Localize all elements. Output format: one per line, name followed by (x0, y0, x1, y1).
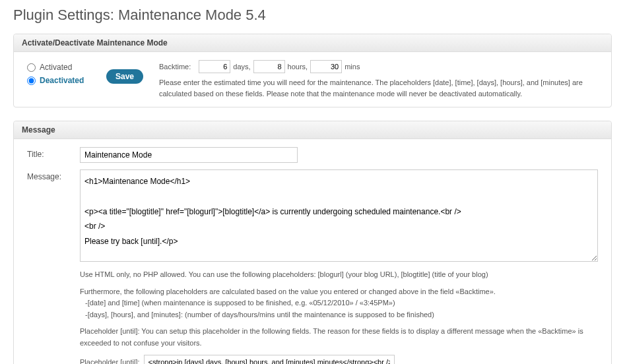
activate-panel: Activate/Deactivate Maintenance Mode Act… (13, 34, 612, 107)
message-textarea[interactable] (80, 169, 598, 262)
radio-activated[interactable]: Activated (27, 63, 106, 72)
radio-deactivated-input[interactable] (27, 76, 36, 85)
page-title: Plugin Settings: Maintenance Mode 5.4 (13, 7, 612, 24)
placeholder-until-input[interactable] (144, 355, 395, 364)
days-unit: days, (233, 63, 250, 71)
activate-panel-header: Activate/Deactivate Maintenance Mode (14, 34, 611, 52)
backtime-label: Backtime: (159, 63, 191, 71)
title-label: Title: (27, 147, 80, 163)
message-panel-header: Message (14, 121, 611, 139)
hours-input[interactable] (253, 60, 285, 73)
radio-deactivated[interactable]: Deactivated (27, 76, 106, 85)
radio-activated-input[interactable] (27, 63, 36, 72)
message-label: Message: (27, 169, 80, 364)
mode-radio-group: Activated Deactivated (27, 60, 106, 89)
help-until: Placeholder [until]: You can setup this … (80, 326, 598, 349)
radio-deactivated-label: Deactivated (40, 76, 84, 85)
help-backtime: Furthermore, the following placeholders … (80, 288, 496, 295)
radio-activated-label: Activated (40, 63, 72, 72)
help-date-time: -[date] and [time] (when maintenance is … (85, 299, 395, 307)
hours-unit: hours, (288, 63, 308, 71)
help-days-hours: -[days], [hours], and [minutes]: (number… (85, 311, 434, 318)
title-input[interactable] (80, 147, 298, 163)
mins-input[interactable] (310, 60, 342, 73)
help-placeholders: Use HTML only, no PHP allowed. You can u… (80, 269, 598, 281)
mins-unit: mins (345, 63, 360, 71)
days-input[interactable] (199, 60, 230, 73)
save-button[interactable]: Save (106, 69, 143, 84)
backtime-hint: Please enter the estimated time you will… (159, 77, 598, 99)
placeholder-until-label: Placeholder [until]: (80, 358, 140, 364)
message-panel: Message Title: Message: Use HTML only, n… (13, 121, 612, 364)
